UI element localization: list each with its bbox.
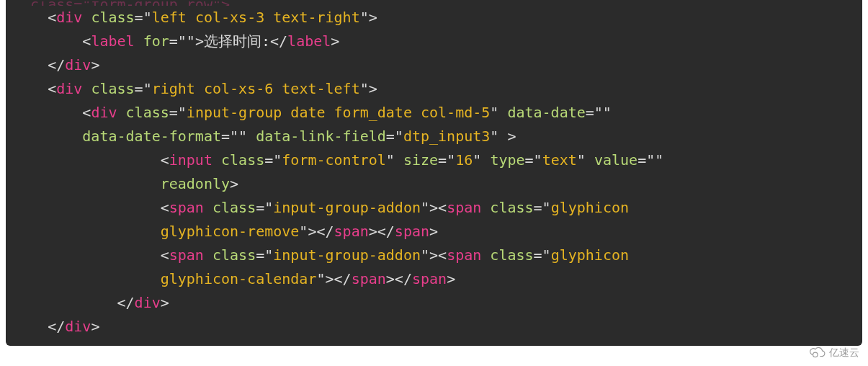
code-token: right col-xs-6 text-left [152, 80, 360, 97]
code-line: <span class="input-group-addon"><span cl… [13, 244, 855, 267]
code-token [395, 151, 403, 169]
code-token: type [490, 151, 524, 169]
code-token: readonly [161, 175, 230, 192]
code-token: = [256, 199, 264, 216]
code-token: > [308, 223, 316, 240]
code-token [212, 151, 221, 169]
code-token: text [542, 151, 577, 169]
code-token: " [534, 151, 542, 169]
code-token: < [48, 80, 56, 97]
code-token: div [65, 318, 91, 335]
code-line: glyphicon-calendar"></span></span> [13, 267, 855, 291]
code-token: " [421, 246, 429, 264]
code-token: = [169, 32, 178, 50]
code-line: <label for="">选择时间:</label> [13, 30, 855, 53]
code-token: " [395, 128, 403, 145]
code-token: div [135, 294, 161, 311]
code-token: > [91, 56, 99, 73]
code-token: span [169, 199, 204, 216]
code-token: class [126, 104, 169, 121]
code-token: size [403, 151, 438, 169]
code-token: input-group-addon [273, 199, 421, 216]
code-token: " [299, 223, 308, 240]
code-token: " [577, 151, 586, 169]
code-token: < [161, 151, 169, 169]
code-token: < [438, 199, 447, 216]
code-token: div [56, 80, 82, 97]
code-token: dtp_input3 [403, 128, 490, 145]
code-token [481, 199, 490, 216]
code-token: < [161, 246, 169, 264]
code-token: " [143, 9, 152, 26]
code-token: " [316, 270, 325, 287]
code-line: </div> [13, 53, 855, 77]
code-token: label [91, 32, 134, 50]
code-token: span [395, 223, 429, 240]
code-line: data-date-format="" data-link-field="dtp… [13, 125, 855, 148]
code-token: value [594, 151, 637, 169]
code-token: < [438, 246, 447, 264]
code-token: div [65, 56, 91, 73]
code-token: " [360, 80, 369, 97]
code-token: " [273, 151, 282, 169]
code-token [586, 151, 594, 169]
code-token: span [334, 223, 369, 240]
code-token: " [421, 199, 429, 216]
code-token: " [178, 32, 187, 50]
code-token [135, 32, 143, 50]
code-token: div [56, 9, 82, 26]
code-token: div [91, 104, 117, 121]
code-token: " [360, 9, 369, 26]
code-token: form-control [282, 151, 386, 169]
code-token: " [646, 151, 655, 169]
code-token: left col-xs-3 text-right [152, 9, 360, 26]
code-token: > [369, 80, 377, 97]
code-token: = [264, 151, 273, 169]
code-token [204, 246, 212, 264]
code-line: </div> [13, 315, 855, 339]
code-token: " [542, 199, 551, 216]
code-token: span [447, 246, 481, 264]
code-token [204, 199, 212, 216]
code-token: 选择时间: [204, 32, 270, 50]
code-line: <input class="form-control" size="16" ty… [13, 148, 855, 172]
code-token [82, 9, 91, 26]
code-token: " [542, 246, 551, 264]
code-token: " [655, 151, 663, 169]
code-line: <div class="input-group date form_date c… [13, 101, 855, 125]
code-token: " [264, 246, 273, 264]
code-token: span [352, 270, 386, 287]
code-token: " [238, 128, 247, 145]
code-token: data-date [507, 104, 585, 121]
code-token: = [386, 128, 395, 145]
code-token: </ [270, 32, 287, 50]
code-token: = [135, 80, 143, 97]
code-token: input [169, 151, 212, 169]
code-token: for [143, 32, 169, 50]
code-token: " [473, 151, 481, 169]
code-token [82, 80, 91, 97]
code-token: glyphicon-remove [161, 223, 300, 240]
code-token: glyphicon [551, 246, 629, 264]
code-token: " [490, 104, 498, 121]
code-token: class [212, 199, 256, 216]
code-token: " [490, 128, 498, 145]
code-line: <div class="right col-xs-6 text-left"> [13, 77, 855, 101]
code-token: class [91, 80, 134, 97]
code-token: < [82, 32, 91, 50]
code-token [481, 151, 490, 169]
code-token: > [369, 9, 377, 26]
code-token: </ [395, 270, 412, 287]
code-token: = [169, 104, 178, 121]
watermark: 亿速云 [807, 345, 859, 346]
code-token: </ [117, 294, 135, 311]
code-token: " [230, 128, 238, 145]
code-token: > [429, 223, 438, 240]
code-token: < [82, 104, 91, 121]
code-token: > [326, 270, 334, 287]
code-token: </ [377, 223, 395, 240]
code-token [117, 104, 126, 121]
code-token: </ [48, 56, 65, 73]
code-token: > [230, 175, 238, 192]
code-token [481, 246, 490, 264]
